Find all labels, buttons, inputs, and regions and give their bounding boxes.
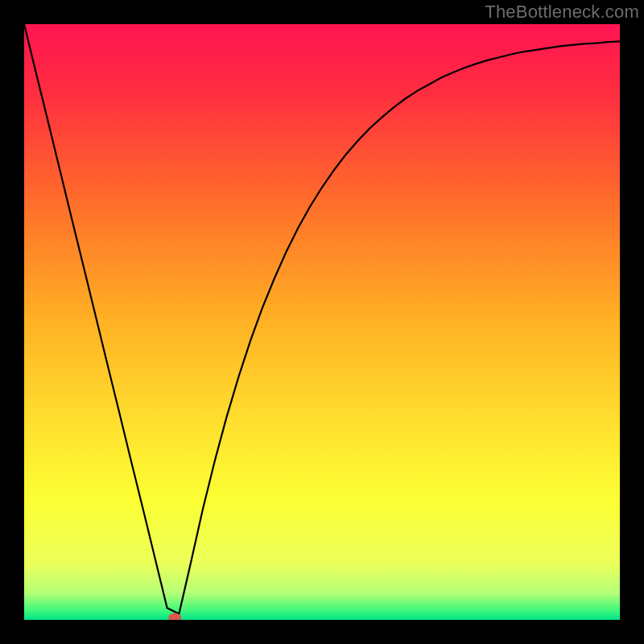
chart-frame: TheBottleneck.com [0,0,644,644]
plot-area [24,24,620,620]
gradient-background [24,24,620,620]
watermark-text: TheBottleneck.com [485,2,639,23]
chart-svg [24,24,620,620]
